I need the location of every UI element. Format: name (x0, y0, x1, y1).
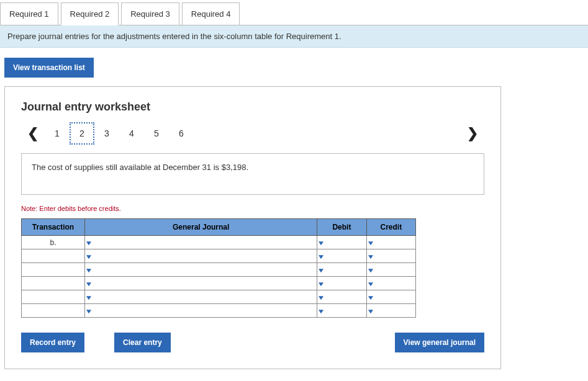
table-row (22, 277, 416, 290)
bottom-button-row: Record entry Clear entry View general jo… (21, 333, 484, 352)
cell-general-journal[interactable] (85, 290, 317, 304)
cell-debit[interactable] (317, 304, 366, 318)
journal-worksheet-panel: Journal entry worksheet ❮ 1 2 3 4 5 6 ❯ … (4, 86, 501, 369)
table-row (22, 290, 416, 304)
table-row: b. (22, 236, 416, 249)
pager-item-1[interactable]: 1 (45, 123, 70, 143)
cell-general-journal[interactable] (85, 277, 317, 290)
journal-table: Transaction General Journal Debit Credit… (21, 218, 416, 318)
cell-credit[interactable] (366, 263, 415, 277)
cell-credit[interactable] (366, 290, 415, 304)
entry-description: The cost of supplies still available at … (21, 153, 484, 195)
record-entry-button[interactable]: Record entry (21, 333, 84, 352)
chevron-left-icon[interactable]: ❮ (21, 125, 45, 141)
pager-item-6[interactable]: 6 (169, 123, 194, 143)
requirement-tabs: Required 1 Required 2 Required 3 Require… (0, 0, 588, 25)
table-row (22, 249, 416, 263)
th-debit: Debit (317, 219, 366, 236)
cell-debit[interactable] (317, 277, 366, 290)
pager-item-5[interactable]: 5 (144, 123, 169, 143)
pager-item-4[interactable]: 4 (119, 123, 144, 143)
cell-credit[interactable] (366, 249, 415, 263)
cell-debit[interactable] (317, 236, 366, 249)
cell-general-journal[interactable] (85, 263, 317, 277)
cell-debit[interactable] (317, 290, 366, 304)
cell-credit[interactable] (366, 304, 415, 318)
pager-item-2[interactable]: 2 (70, 122, 94, 145)
instruction-text: Prepare journal entries for the adjustme… (0, 25, 588, 48)
table-row (22, 304, 416, 318)
cell-general-journal[interactable] (85, 304, 317, 318)
cell-transaction[interactable] (22, 263, 85, 277)
clear-entry-button[interactable]: Clear entry (114, 333, 171, 352)
cell-debit[interactable] (317, 249, 366, 263)
cell-transaction[interactable]: b. (22, 236, 85, 249)
tab-required-2[interactable]: Required 2 (61, 2, 119, 25)
note-text: Note: Enter debits before credits. (21, 205, 484, 212)
tab-required-4[interactable]: Required 4 (182, 2, 240, 25)
th-credit: Credit (366, 219, 415, 236)
view-transaction-list-button[interactable]: View transaction list (4, 58, 94, 78)
cell-transaction[interactable] (22, 249, 85, 263)
cell-general-journal[interactable] (85, 236, 317, 249)
view-general-journal-button[interactable]: View general journal (395, 333, 484, 352)
cell-transaction[interactable] (22, 290, 85, 304)
pager-item-3[interactable]: 3 (94, 123, 119, 143)
tab-required-3[interactable]: Required 3 (121, 2, 179, 25)
tab-required-1[interactable]: Required 1 (0, 2, 58, 25)
table-row (22, 263, 416, 277)
cell-transaction[interactable] (22, 304, 85, 318)
cell-general-journal[interactable] (85, 249, 317, 263)
entry-pager: ❮ 1 2 3 4 5 6 ❯ (21, 122, 484, 145)
cell-transaction[interactable] (22, 277, 85, 290)
th-general-journal: General Journal (85, 219, 317, 236)
cell-credit[interactable] (366, 236, 415, 249)
cell-credit[interactable] (366, 277, 415, 290)
cell-debit[interactable] (317, 263, 366, 277)
th-transaction: Transaction (22, 219, 85, 236)
worksheet-title: Journal entry worksheet (21, 101, 484, 114)
chevron-right-icon[interactable]: ❯ (461, 125, 484, 141)
